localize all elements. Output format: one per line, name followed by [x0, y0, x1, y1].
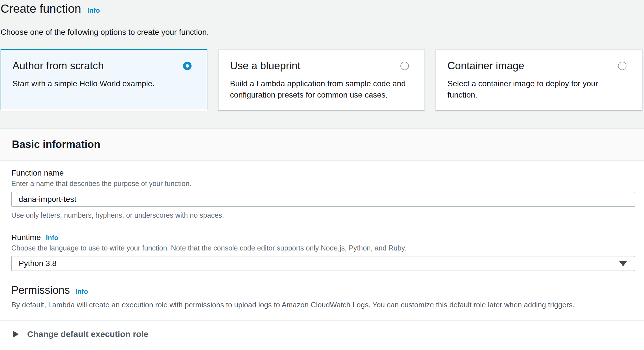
- page-header: Create function Info Choose one of the f…: [0, 0, 644, 37]
- card-container-image[interactable]: Container image Select a container image…: [435, 49, 642, 110]
- card-title: Container image: [447, 60, 524, 72]
- runtime-select[interactable]: Python 3.8: [11, 256, 635, 271]
- page-title-info-link[interactable]: Info: [87, 7, 100, 14]
- permissions-info-link[interactable]: Info: [76, 288, 88, 295]
- caret-right-icon: [13, 331, 19, 338]
- basic-information-heading: Basic information: [12, 139, 100, 150]
- page-subtitle: Choose one of the following options to c…: [1, 28, 644, 37]
- card-title: Author from scratch: [12, 60, 104, 72]
- function-name-field-group: Function name Enter a name that describe…: [11, 168, 635, 219]
- radio-unselected-icon[interactable]: [618, 62, 626, 70]
- runtime-field-group: Runtime Info Choose the language to use …: [11, 233, 635, 271]
- basic-information-header: Basic information: [0, 128, 644, 161]
- function-name-input[interactable]: [11, 192, 635, 207]
- runtime-info-link[interactable]: Info: [46, 234, 58, 242]
- card-description: Select a container image to deploy for y…: [447, 78, 630, 101]
- radio-unselected-icon[interactable]: [400, 62, 409, 70]
- basic-information-body: Function name Enter a name that describe…: [0, 161, 644, 320]
- function-name-description: Enter a name that describes the purpose …: [11, 180, 635, 188]
- create-function-page: Create function Info Choose one of the f…: [0, 0, 644, 350]
- creation-option-cards: Author from scratch Start with a simple …: [1, 49, 642, 110]
- caret-down-icon: [619, 261, 627, 266]
- change-default-execution-role-expander[interactable]: Change default execution role: [0, 320, 644, 348]
- function-name-constraint: Use only letters, numbers, hyphens, or u…: [11, 211, 635, 219]
- runtime-label: Runtime: [11, 233, 41, 242]
- card-use-a-blueprint[interactable]: Use a blueprint Build a Lambda applicati…: [218, 49, 425, 110]
- expander-label: Change default execution role: [27, 329, 148, 339]
- runtime-description: Choose the language to use to write your…: [11, 244, 635, 252]
- card-title: Use a blueprint: [230, 60, 300, 72]
- radio-selected-icon[interactable]: [183, 62, 192, 70]
- function-name-label: Function name: [11, 168, 635, 178]
- page-title: Create function: [1, 1, 81, 16]
- permissions-section: Permissions Info By default, Lambda will…: [11, 284, 635, 309]
- card-author-from-scratch[interactable]: Author from scratch Start with a simple …: [1, 49, 207, 110]
- card-description: Build a Lambda application from sample c…: [230, 78, 413, 101]
- runtime-selected-value: Python 3.8: [19, 259, 57, 268]
- card-description: Start with a simple Hello World example.: [12, 78, 196, 89]
- permissions-heading: Permissions: [11, 284, 70, 297]
- permissions-description: By default, Lambda will create an execut…: [11, 301, 635, 309]
- basic-information-panel: Basic information Function name Enter a …: [0, 128, 644, 350]
